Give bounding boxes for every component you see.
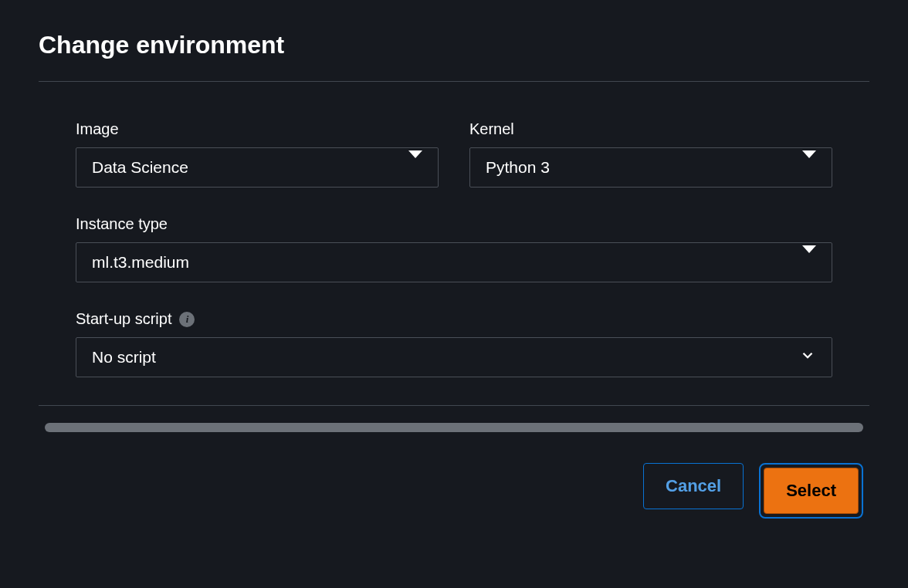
- label-image: Image: [76, 120, 439, 138]
- label-startup-script-text: Start-up script: [76, 310, 171, 328]
- footer-divider: [39, 405, 869, 406]
- horizontal-scrollbar[interactable]: [45, 423, 863, 432]
- select-kernel[interactable]: Python 3: [469, 147, 832, 188]
- label-kernel: Kernel: [469, 120, 832, 138]
- row-instance-type: Instance type ml.t3.medium: [76, 215, 832, 282]
- select-image-value: Data Science: [92, 158, 188, 177]
- modal-title: Change environment: [39, 31, 869, 59]
- field-image: Image Data Science: [76, 120, 439, 188]
- field-kernel: Kernel Python 3: [469, 120, 832, 188]
- row-image-kernel: Image Data Science Kernel Python 3: [76, 120, 832, 188]
- row-startup-script: Start-up script i No script: [76, 310, 832, 377]
- select-startup-script-value: No script: [92, 348, 156, 367]
- field-instance-type: Instance type ml.t3.medium: [76, 215, 832, 282]
- select-button-focus-ring: Select: [759, 463, 863, 519]
- select-instance-type[interactable]: ml.t3.medium: [76, 242, 832, 282]
- chevron-down-icon: [802, 158, 816, 177]
- select-kernel-value: Python 3: [486, 158, 550, 177]
- select-instance-type-value: ml.t3.medium: [92, 253, 189, 272]
- field-startup-script: Start-up script i No script: [76, 310, 832, 377]
- info-icon[interactable]: i: [179, 312, 195, 327]
- label-instance-type: Instance type: [76, 215, 832, 233]
- cancel-button[interactable]: Cancel: [643, 463, 744, 509]
- select-button[interactable]: Select: [764, 468, 859, 514]
- change-environment-modal: Change environment Image Data Science Ke…: [0, 0, 908, 588]
- select-image[interactable]: Data Science: [76, 147, 439, 188]
- header-divider: [39, 81, 869, 82]
- chevron-down-icon: [799, 347, 816, 368]
- chevron-down-icon: [408, 158, 422, 177]
- select-startup-script[interactable]: No script: [76, 337, 832, 377]
- label-startup-script: Start-up script i: [76, 310, 832, 328]
- chevron-down-icon: [802, 253, 816, 272]
- button-row: Cancel Select: [39, 463, 869, 519]
- form-area: Image Data Science Kernel Python 3: [39, 120, 869, 377]
